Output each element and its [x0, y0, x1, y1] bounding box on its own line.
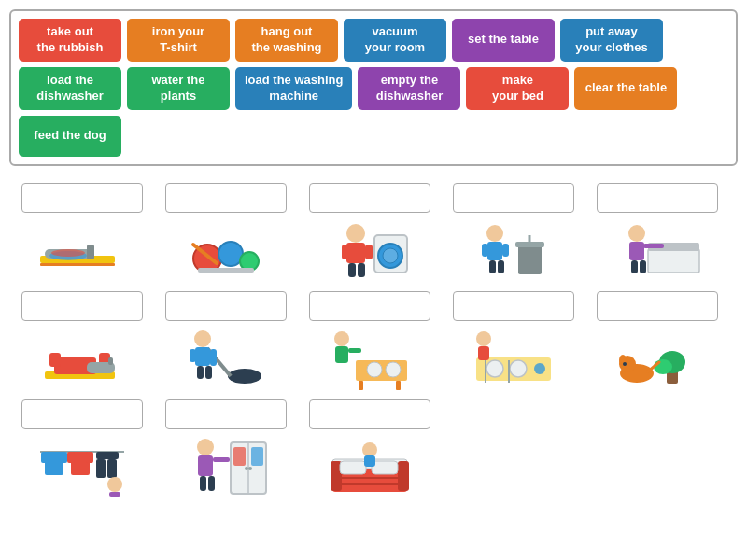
svg-rect-81 [96, 452, 119, 459]
svg-rect-35 [640, 260, 646, 273]
svg-rect-47 [210, 349, 217, 366]
drop-item-dz1 [17, 183, 148, 282]
drop-zone-dz1[interactable] [21, 183, 143, 213]
drop-item-dz7 [161, 291, 291, 390]
svg-rect-85 [109, 492, 120, 497]
svg-point-53 [367, 362, 382, 377]
svg-rect-34 [631, 260, 638, 273]
drop-zone-dz2[interactable] [165, 183, 287, 213]
word-bank: take out the rubbishiron your T-shirthan… [9, 9, 738, 166]
svg-rect-56 [335, 346, 348, 363]
svg-rect-27 [489, 260, 496, 273]
svg-rect-93 [198, 455, 213, 476]
svg-point-88 [245, 467, 248, 470]
drop-row-2 [17, 291, 738, 390]
svg-point-42 [228, 369, 261, 384]
svg-rect-38 [49, 353, 61, 367]
drop-item-dz5 [592, 183, 723, 282]
drop-image-dz5 [611, 217, 704, 282]
word-chip-put-away-clothes[interactable]: put away your clothes [560, 19, 663, 62]
svg-rect-20 [518, 245, 542, 274]
svg-rect-41 [108, 357, 113, 365]
drop-image-dz13 [323, 433, 416, 498]
drop-image-dz3 [323, 217, 416, 282]
word-chip-water-plants[interactable]: water the plants [127, 67, 230, 110]
svg-point-5 [51, 249, 85, 257]
svg-point-55 [334, 331, 349, 346]
svg-rect-83 [107, 459, 117, 478]
svg-rect-32 [629, 242, 644, 260]
svg-rect-45 [195, 347, 210, 366]
word-chip-load-dishwasher[interactable]: load the dishwasher [19, 67, 121, 110]
drop-zone-dz9[interactable] [453, 291, 574, 321]
svg-point-89 [248, 467, 252, 470]
svg-rect-2 [87, 245, 94, 259]
drop-zone-dz12[interactable] [165, 399, 287, 429]
svg-point-72 [623, 362, 627, 366]
drop-zone-dz5[interactable] [597, 183, 718, 213]
svg-rect-21 [515, 242, 544, 247]
svg-rect-57 [348, 348, 361, 353]
word-chip-set-table[interactable]: set the table [452, 19, 555, 62]
svg-point-54 [386, 362, 401, 377]
svg-rect-3 [40, 263, 115, 266]
word-chip-take-out-rubbish[interactable]: take out the rubbish [19, 19, 121, 62]
svg-point-61 [534, 363, 545, 374]
word-chip-hang-out-washing[interactable]: hang out the washing [235, 19, 338, 62]
svg-point-13 [383, 248, 398, 263]
svg-rect-91 [251, 447, 263, 466]
word-chip-iron-tshirt[interactable]: iron your T-shirt [127, 19, 230, 62]
drop-row-1 [17, 183, 738, 282]
word-chip-make-bed[interactable]: make your bed [466, 67, 569, 110]
svg-rect-17 [365, 245, 373, 259]
drop-image-dz7 [179, 325, 273, 390]
svg-point-105 [362, 442, 377, 457]
drop-item-dz4 [448, 183, 579, 282]
svg-rect-82 [96, 459, 106, 478]
drop-item-dz13 [304, 399, 435, 498]
drop-zone-dz10[interactable] [597, 291, 718, 321]
svg-point-14 [346, 224, 365, 243]
svg-point-92 [197, 439, 214, 455]
word-chip-vacuum-room[interactable]: vacuum your room [344, 19, 446, 62]
word-chip-clear-table[interactable]: clear the table [574, 67, 677, 110]
drop-zone-dz6[interactable] [21, 291, 143, 321]
drop-zone-dz13[interactable] [309, 399, 430, 429]
drop-zone-dz11[interactable] [21, 399, 143, 429]
svg-rect-80 [86, 452, 93, 463]
drop-image-dz11 [35, 433, 129, 498]
svg-point-31 [628, 225, 645, 242]
svg-rect-101 [340, 461, 366, 474]
svg-rect-51 [359, 381, 363, 390]
svg-point-59 [486, 360, 503, 377]
svg-rect-96 [208, 476, 215, 491]
svg-point-64 [476, 331, 491, 346]
word-chip-feed-dog[interactable]: feed the dog [19, 116, 121, 157]
svg-rect-28 [498, 260, 504, 273]
drop-zone-dz3[interactable] [309, 183, 430, 213]
svg-rect-46 [190, 349, 196, 362]
svg-rect-100 [398, 461, 409, 491]
svg-rect-79 [67, 452, 75, 463]
drop-zone-dz8[interactable] [309, 291, 430, 321]
svg-rect-9 [198, 268, 254, 273]
drop-image-dz8 [323, 325, 416, 390]
drop-image-dz1 [35, 217, 129, 282]
svg-rect-52 [396, 381, 401, 390]
drop-row-3 [17, 399, 738, 498]
svg-rect-33 [643, 244, 664, 248]
word-chip-load-washing-machine[interactable]: load the washing machine [235, 67, 352, 110]
svg-rect-95 [200, 476, 206, 491]
drop-item-dz2 [161, 183, 291, 282]
svg-rect-49 [205, 366, 212, 379]
svg-point-60 [510, 360, 527, 377]
drop-zone-dz4[interactable] [453, 183, 574, 213]
drop-zone-dz7[interactable] [165, 291, 287, 321]
drop-image-dz9 [467, 325, 560, 390]
svg-rect-102 [372, 461, 398, 474]
drop-item-dz3 [304, 183, 435, 282]
drop-image-dz2 [179, 217, 273, 282]
word-chip-empty-dishwasher[interactable]: empty the dishwasher [358, 67, 460, 110]
svg-rect-76 [41, 452, 49, 463]
svg-rect-16 [342, 245, 349, 259]
